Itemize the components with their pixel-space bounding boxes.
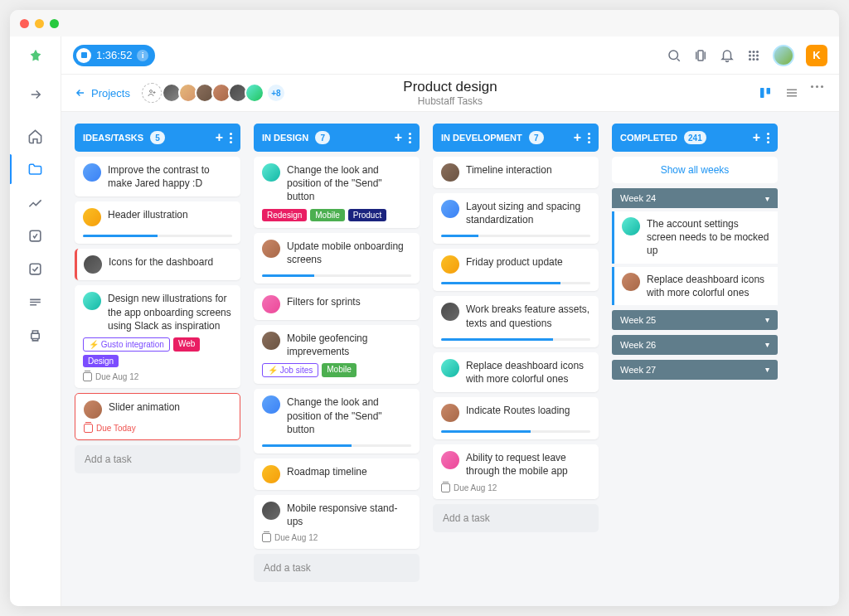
task-card[interactable]: Timeline interaction bbox=[433, 157, 599, 188]
tag[interactable]: Web bbox=[173, 337, 200, 352]
week-header[interactable]: Week 26▾ bbox=[612, 335, 778, 355]
card-tags: RedesignMobileProduct bbox=[262, 209, 411, 221]
tag[interactable]: Product bbox=[348, 209, 386, 221]
add-member-button[interactable] bbox=[142, 83, 162, 103]
sidebar-check-icon[interactable] bbox=[27, 260, 44, 277]
member-avatar[interactable] bbox=[245, 83, 264, 103]
add-task-input[interactable]: Add a task bbox=[433, 504, 599, 532]
card-title: Ability to request leave through the mob… bbox=[466, 451, 590, 478]
board-view-icon[interactable] bbox=[758, 85, 773, 100]
sidebar-home-icon[interactable] bbox=[27, 128, 44, 144]
assignee-avatar bbox=[262, 502, 280, 520]
due-date: Due Aug 12 bbox=[441, 483, 590, 492]
tag[interactable]: Redesign bbox=[262, 209, 307, 221]
show-all-weeks-button[interactable]: Show all weeks bbox=[612, 157, 778, 183]
add-task-input[interactable]: Add a task bbox=[254, 554, 420, 582]
tag[interactable]: ⚡ Gusto integration bbox=[83, 337, 170, 352]
task-card[interactable]: Improve the contrast to make Jared happy… bbox=[75, 157, 240, 196]
sidebar-print-icon[interactable] bbox=[27, 327, 44, 343]
timer-time: 1:36:52 bbox=[96, 49, 132, 61]
close-window-icon[interactable] bbox=[20, 19, 29, 28]
add-task-input[interactable]: Add a task bbox=[75, 445, 240, 473]
apps-grid-icon[interactable] bbox=[746, 48, 761, 63]
task-card[interactable]: Ability to request leave through the mob… bbox=[433, 444, 599, 498]
card-title: Slider animation bbox=[109, 400, 180, 419]
task-card[interactable]: Change the look and position of the "Sen… bbox=[254, 389, 420, 454]
add-card-icon[interactable]: + bbox=[753, 130, 760, 145]
svg-point-6 bbox=[753, 51, 755, 53]
task-card[interactable]: Icons for the dashboard bbox=[75, 249, 240, 280]
maximize-window-icon[interactable] bbox=[50, 19, 59, 28]
tag[interactable]: Mobile bbox=[322, 363, 356, 377]
task-card[interactable]: Header illustration bbox=[75, 201, 240, 244]
svg-point-5 bbox=[749, 51, 751, 53]
project-header: Projects +8 Product design Hubsta bbox=[61, 75, 839, 112]
card-title: Friday product update bbox=[466, 255, 563, 274]
task-card[interactable]: Mobile responsive stand-upsDue Aug 12 bbox=[254, 495, 420, 549]
members-more-badge[interactable]: +8 bbox=[266, 83, 286, 103]
card-title: Header illustration bbox=[108, 208, 188, 226]
column-more-icon[interactable] bbox=[588, 133, 590, 143]
column-more-icon[interactable] bbox=[409, 133, 411, 143]
timer-pill[interactable]: 1:36:52 i bbox=[73, 45, 155, 66]
task-card[interactable]: Work breaks feature assets, texts and qu… bbox=[433, 296, 599, 347]
column-more-icon[interactable] bbox=[230, 133, 232, 143]
week-label: Week 25 bbox=[620, 315, 656, 325]
sidebar-sprint-icon[interactable] bbox=[27, 194, 44, 211]
week-header[interactable]: Week 25▾ bbox=[612, 310, 778, 330]
week-header[interactable]: Week 27▾ bbox=[612, 360, 778, 380]
tag[interactable]: Mobile bbox=[310, 209, 344, 221]
task-card[interactable]: Change the look and position of the "Sen… bbox=[254, 157, 420, 228]
week-header[interactable]: Week 24▾ bbox=[612, 188, 778, 208]
card-tags: ⚡ Gusto integrationWebDesign bbox=[83, 337, 232, 367]
task-card[interactable]: Roadmap timeline bbox=[254, 458, 420, 490]
app-window: 1:36:52 i K bbox=[10, 10, 839, 606]
assignee-avatar bbox=[262, 163, 280, 182]
nav-forward-icon[interactable] bbox=[27, 86, 44, 103]
completed-card[interactable]: Replace deashboard icons with more color… bbox=[612, 267, 778, 305]
list-view-icon[interactable] bbox=[784, 85, 799, 100]
bell-icon[interactable] bbox=[720, 48, 735, 63]
task-card[interactable]: Update mobile onboarding screens bbox=[254, 233, 420, 284]
task-card[interactable]: Replace deashboard icons with more color… bbox=[433, 352, 599, 392]
copy-icon[interactable] bbox=[693, 48, 708, 63]
card-title: The account settings screen needs to be … bbox=[647, 217, 770, 258]
sidebar-folder-icon[interactable] bbox=[27, 161, 44, 177]
task-card[interactable]: Design new illustrations for the app onb… bbox=[75, 285, 240, 388]
assignee-avatar bbox=[83, 208, 101, 226]
assignee-avatar bbox=[84, 255, 102, 274]
assignee-avatar bbox=[441, 163, 459, 182]
minimize-window-icon[interactable] bbox=[35, 19, 44, 28]
back-to-projects-link[interactable]: Projects bbox=[75, 87, 130, 99]
card-title: Indicate Routes loading bbox=[466, 404, 570, 422]
task-card[interactable]: Mobile geofencing imprevements⚡ Job site… bbox=[254, 325, 420, 384]
column-header: IDEAS/TASKS 5 + bbox=[75, 124, 240, 152]
sidebar-activity-icon[interactable] bbox=[27, 227, 44, 244]
search-icon[interactable] bbox=[667, 48, 682, 63]
user-avatar[interactable] bbox=[773, 45, 794, 66]
task-card[interactable]: Layout sizing and spacing standardizatio… bbox=[433, 193, 599, 244]
assignee-avatar bbox=[441, 451, 459, 469]
task-card[interactable]: Filters for sprints bbox=[254, 289, 420, 320]
timer-stop-icon[interactable] bbox=[76, 48, 91, 63]
card-title: Filters for sprints bbox=[287, 295, 361, 313]
add-card-icon[interactable]: + bbox=[216, 130, 223, 145]
column-more-icon[interactable] bbox=[767, 133, 769, 143]
tag[interactable]: Design bbox=[83, 355, 119, 367]
task-card[interactable]: Slider animationDue Today bbox=[75, 393, 240, 440]
timer-info-icon[interactable]: i bbox=[137, 50, 148, 61]
header-more-icon[interactable] bbox=[811, 85, 826, 100]
add-card-icon[interactable]: + bbox=[395, 130, 402, 145]
tag[interactable]: ⚡ Job sites bbox=[262, 363, 318, 377]
add-card-icon[interactable]: + bbox=[574, 130, 581, 145]
sidebar-list-icon[interactable] bbox=[27, 293, 44, 310]
task-card[interactable]: Friday product update bbox=[433, 249, 599, 291]
completed-card[interactable]: The account settings screen needs to be … bbox=[612, 211, 778, 264]
calendar-icon bbox=[441, 483, 450, 492]
project-title: Product design bbox=[403, 79, 497, 95]
assignee-avatar bbox=[262, 295, 280, 313]
column-count-badge: 7 bbox=[529, 131, 544, 144]
chevron-down-icon: ▾ bbox=[765, 340, 769, 349]
workspace-badge[interactable]: K bbox=[806, 45, 827, 66]
task-card[interactable]: Indicate Routes loading bbox=[433, 397, 599, 439]
